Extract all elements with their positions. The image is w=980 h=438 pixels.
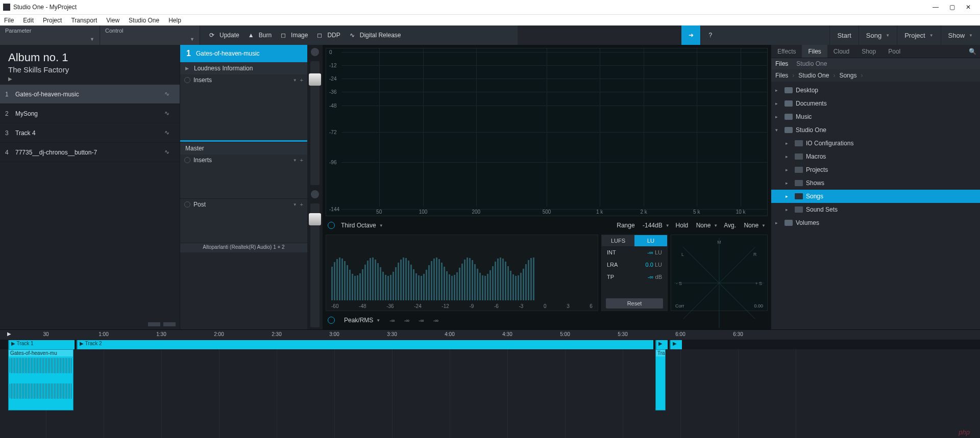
expand-icon[interactable]: ▸ — [775, 101, 781, 106]
menu-help[interactable]: Help — [168, 17, 181, 24]
track-marker[interactable]: ▶ Track 2 — [77, 340, 653, 349]
tab-shop[interactable]: Shop — [855, 45, 882, 58]
tree-item[interactable]: ▸Documents — [771, 97, 980, 110]
menu-edit[interactable]: Edit — [23, 17, 34, 24]
menu-view[interactable]: View — [106, 17, 119, 24]
spectrum-mode[interactable]: Third Octave▼ — [341, 222, 383, 229]
expand-icon[interactable]: ▸ — [775, 220, 781, 225]
range-field[interactable]: Range -144dB▼ — [617, 222, 669, 229]
pan-knob[interactable] — [311, 190, 319, 198]
add-icon[interactable]: + — [300, 201, 303, 208]
nav-song[interactable]: Song▼ — [859, 25, 897, 45]
track-row[interactable]: 3Track 4∿ — [0, 123, 180, 143]
expand-icon[interactable]: ▸ — [786, 181, 792, 186]
tree-item[interactable]: ▸IO Configurations — [771, 137, 980, 150]
menu-project[interactable]: Project — [43, 17, 62, 24]
track-marker[interactable]: ▶ Track 1 — [8, 340, 75, 349]
view-toggle[interactable] — [163, 322, 176, 326]
expand-icon[interactable]: ▸ — [786, 141, 792, 146]
close-button[interactable]: ✕ — [965, 4, 972, 11]
hold-field[interactable]: Hold None▼ — [676, 222, 718, 229]
audio-clip[interactable]: Tra — [655, 349, 666, 410]
expand-icon[interactable]: ▸ — [786, 194, 792, 199]
digital-release-button[interactable]: ∿Digital Release — [348, 31, 401, 40]
power-icon[interactable] — [184, 157, 190, 163]
add-icon[interactable]: + — [300, 157, 303, 163]
image-button[interactable]: ◻Image — [279, 31, 308, 40]
tree-item[interactable]: ▸Music — [771, 110, 980, 123]
menu-studioone[interactable]: Studio One — [129, 17, 159, 24]
inserts-header[interactable]: Inserts ▼ + — [180, 74, 307, 86]
view-toggle[interactable] — [148, 322, 160, 326]
expand-icon[interactable]: ▸ — [786, 154, 792, 159]
search-icon[interactable]: 🔍 — [965, 45, 980, 58]
maximize-button[interactable]: ▢ — [948, 4, 955, 11]
ddp-button[interactable]: ◻DDP — [315, 31, 340, 40]
track-row[interactable]: 1Gates-of-heaven-music∿ — [0, 85, 180, 104]
power-icon[interactable] — [184, 201, 190, 208]
chevron-down-icon[interactable]: ▼ — [293, 78, 297, 83]
lufs-tab[interactable]: LUFS — [602, 235, 634, 246]
channel-fader[interactable] — [310, 61, 320, 185]
avg-field[interactable]: Avg. None▼ — [724, 222, 766, 229]
burn-button[interactable]: ▲Burn — [247, 31, 272, 40]
nav-project[interactable]: Project▼ — [897, 25, 940, 45]
expand-icon[interactable]: ▸ — [775, 114, 781, 119]
power-icon[interactable] — [328, 317, 335, 324]
play-icon[interactable]: ▶ — [8, 76, 172, 82]
peak-mode[interactable]: Peak/RMS▼ — [344, 317, 380, 324]
subtab-files[interactable]: Files — [775, 60, 788, 67]
timeline-ruler[interactable]: ▶ 301:001:302:002:303:003:304:004:305:00… — [0, 330, 980, 340]
tree-item[interactable]: ▸Songs — [771, 190, 980, 203]
master-inserts-header[interactable]: Inserts ▼ + — [180, 154, 307, 166]
chevron-down-icon[interactable]: ▼ — [293, 158, 297, 163]
nav-start[interactable]: Start — [829, 25, 858, 45]
minimize-button[interactable]: — — [932, 4, 939, 11]
output-label[interactable]: Altoparlanti (Realtek(R) Audio) 1 + 2 — [180, 243, 307, 252]
master-fader[interactable] — [310, 203, 320, 327]
tab-effects[interactable]: Effects — [771, 45, 802, 58]
add-icon[interactable]: + — [300, 77, 303, 83]
tree-item[interactable]: ▸Projects — [771, 163, 980, 176]
playhead-icon[interactable]: ▶ — [7, 331, 11, 337]
tab-cloud[interactable]: Cloud — [827, 45, 855, 58]
control-field[interactable]: Control ▼ — [100, 25, 200, 45]
help-button[interactable]: ? — [700, 25, 720, 45]
expand-icon[interactable]: ▸ — [786, 167, 792, 172]
arrow-button[interactable]: ➜ — [681, 25, 700, 45]
tree-item[interactable]: ▸Sound Sets — [771, 203, 980, 216]
tree-item[interactable]: ▾Studio One — [771, 123, 980, 137]
parameter-field[interactable]: Parameter ▼ — [0, 25, 100, 45]
update-button[interactable]: ⟳Update — [207, 31, 239, 40]
track-marker[interactable]: ▶ — [670, 340, 682, 349]
expand-icon[interactable]: ▸ — [786, 207, 792, 212]
timeline-body[interactable]: Gates-of-heaven-mu Tra php — [0, 349, 980, 438]
tab-files[interactable]: Files — [802, 45, 827, 58]
menu-file[interactable]: File — [4, 17, 14, 24]
pan-knob[interactable] — [311, 48, 319, 56]
lu-tab[interactable]: LU — [634, 235, 667, 246]
tree-item[interactable]: ▸Volumes — [771, 216, 980, 229]
expand-icon[interactable]: ▾ — [775, 127, 781, 133]
tab-pool[interactable]: Pool — [882, 45, 906, 58]
tree-item[interactable]: ▸Macros — [771, 150, 980, 163]
tree-item[interactable]: ▸Desktop — [771, 84, 980, 97]
nav-show[interactable]: Show▼ — [941, 25, 980, 45]
post-header[interactable]: Post ▼ + — [180, 199, 307, 210]
marker-lane[interactable]: ▶ Track 1▶ Track 2▶ ▶ — [0, 340, 980, 349]
loudness-section[interactable]: ▶ Loudness Information — [180, 62, 307, 74]
tree-item[interactable]: ▸Shows — [771, 176, 980, 190]
subtab-studioone[interactable]: Studio One — [796, 60, 827, 67]
power-icon[interactable] — [328, 222, 335, 229]
channel-header[interactable]: 1 Gates-of-heaven-music — [180, 45, 307, 62]
reset-button[interactable]: Reset — [606, 298, 663, 308]
master-header[interactable]: Master — [180, 142, 307, 154]
track-row[interactable]: 477735__dj-chronos__button-7∿ — [0, 143, 180, 162]
track-marker[interactable]: ▶ — [655, 340, 668, 349]
menu-transport[interactable]: Transport — [71, 17, 97, 24]
track-row[interactable]: 2MySong∿ — [0, 104, 180, 123]
power-icon[interactable] — [184, 77, 190, 83]
expand-icon[interactable]: ▸ — [775, 88, 781, 93]
chevron-down-icon[interactable]: ▼ — [293, 202, 297, 207]
audio-clip[interactable]: Gates-of-heaven-mu — [8, 349, 74, 410]
